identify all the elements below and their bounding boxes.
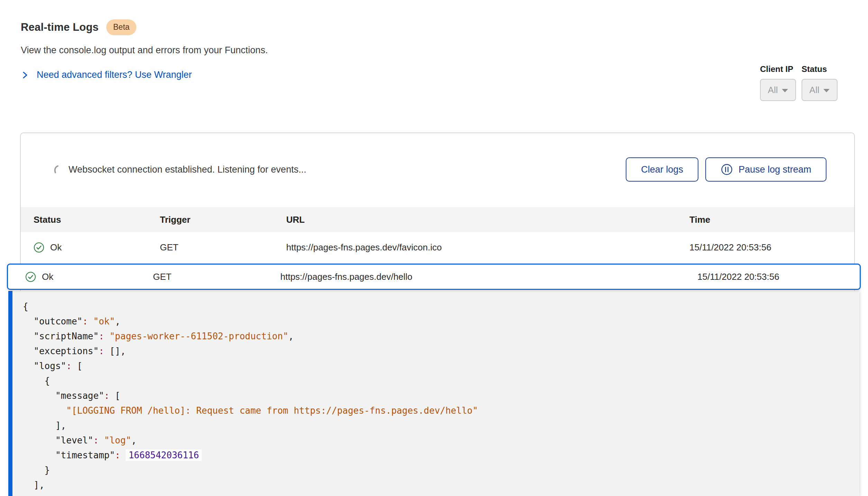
status-ok-icon bbox=[25, 272, 36, 282]
column-header-status: Status bbox=[34, 214, 160, 225]
log-row-trigger: GET bbox=[153, 272, 280, 282]
log-row-time: 15/11/2022 20:53:56 bbox=[689, 242, 854, 253]
spinner-icon bbox=[52, 164, 60, 175]
pause-icon bbox=[721, 163, 733, 176]
log-row-status: Ok bbox=[42, 272, 53, 282]
status-ok-icon bbox=[34, 242, 44, 253]
client-ip-filter-value: All bbox=[768, 85, 778, 95]
log-table-header: Status Trigger URL Time bbox=[21, 207, 854, 232]
pause-log-stream-button[interactable]: Pause log stream bbox=[705, 157, 826, 182]
client-ip-filter-dropdown[interactable]: All bbox=[760, 79, 796, 101]
column-header-time: Time bbox=[689, 214, 854, 225]
log-row-url: https://pages-fns.pages.dev/favicon.ico bbox=[286, 242, 689, 253]
status-filter-value: All bbox=[810, 85, 820, 95]
page-subtitle: View the console.log output and errors f… bbox=[21, 45, 868, 56]
clear-logs-label: Clear logs bbox=[641, 164, 683, 175]
log-row-status: Ok bbox=[50, 242, 62, 253]
logs-toolbar: Websocket connection established. Listen… bbox=[21, 133, 854, 182]
status-filter-label: Status bbox=[802, 64, 838, 74]
wrangler-link[interactable]: Need advanced filters? Use Wrangler bbox=[37, 70, 192, 80]
client-ip-filter-label: Client IP bbox=[760, 64, 796, 74]
log-row-trigger: GET bbox=[160, 242, 286, 253]
column-header-trigger: Trigger bbox=[160, 214, 286, 225]
caret-down-icon bbox=[782, 89, 788, 92]
log-row-time: 15/11/2022 20:53:56 bbox=[697, 272, 860, 282]
connection-status: Websocket connection established. Listen… bbox=[69, 164, 306, 175]
log-row-selected[interactable]: Ok GET https://pages-fns.pages.dev/hello… bbox=[7, 264, 861, 290]
chevron-right-icon bbox=[21, 71, 29, 79]
log-row[interactable]: Ok GET https://pages-fns.pages.dev/favic… bbox=[21, 232, 854, 263]
log-detail-panel: { "outcome": "ok", "scriptName": "pages-… bbox=[8, 291, 859, 496]
page-header: Real-time Logs Beta View the console.log… bbox=[0, 0, 868, 80]
page-title: Real-time Logs bbox=[21, 21, 99, 34]
log-filters: Client IP All Status All bbox=[760, 64, 838, 101]
caret-down-icon bbox=[823, 89, 830, 92]
status-filter-dropdown[interactable]: All bbox=[802, 79, 838, 101]
beta-badge: Beta bbox=[106, 19, 136, 35]
pause-log-stream-label: Pause log stream bbox=[739, 164, 811, 175]
log-json: { "outcome": "ok", "scriptName": "pages-… bbox=[12, 291, 859, 493]
column-header-url: URL bbox=[286, 214, 689, 225]
clear-logs-button[interactable]: Clear logs bbox=[626, 157, 698, 182]
log-row-url: https://pages-fns.pages.dev/hello bbox=[280, 272, 697, 282]
